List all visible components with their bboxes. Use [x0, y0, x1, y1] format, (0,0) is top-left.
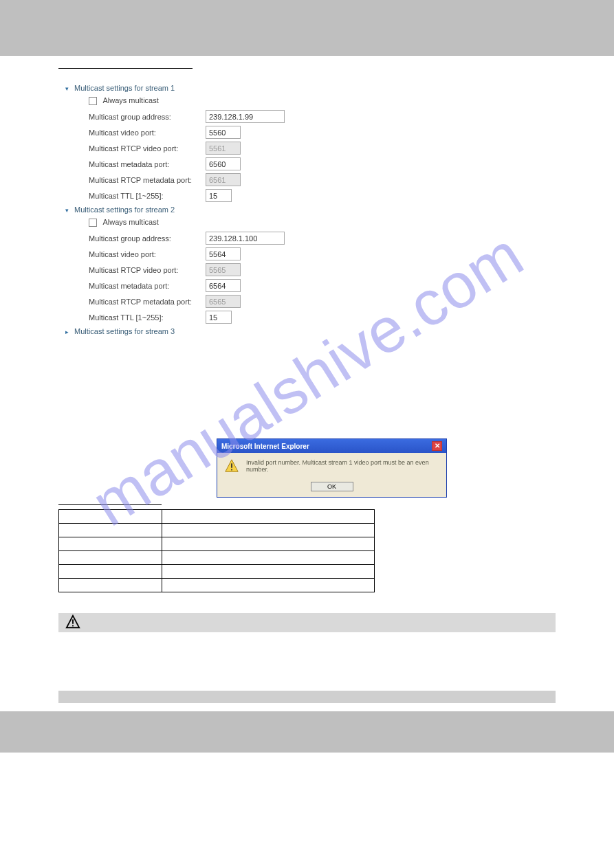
video-port-input[interactable] — [206, 247, 241, 260]
rtcp-metadata-port-label: Multicast RTCP metadata port: — [89, 298, 206, 306]
always-multicast-label: Always multicast — [102, 218, 158, 226]
table-cell — [59, 510, 162, 524]
group-address-input[interactable] — [206, 232, 285, 245]
table-cell — [162, 524, 375, 537]
table-cell — [59, 579, 162, 592]
table-cell — [59, 565, 162, 579]
always-multicast-label: Always multicast — [102, 96, 158, 104]
always-multicast-checkbox[interactable] — [89, 219, 97, 227]
stream-1-video-port-row: Multicast video port: — [65, 125, 556, 140]
page-body: manualshive.com ▾ Multicast settings for… — [0, 56, 614, 703]
dialog-title-bar: Microsoft Internet Explorer ✕ — [217, 439, 446, 453]
dialog-button-row: OK — [217, 479, 446, 497]
footer-band — [0, 711, 614, 753]
error-dialog: Microsoft Internet Explorer ✕ Invalid po… — [217, 438, 447, 498]
stream-1-rtcp-metadata-port-row: Multicast RTCP metadata port: — [65, 173, 556, 187]
stream-2-rtcp-metadata-port-row: Multicast RTCP metadata port: — [65, 294, 556, 309]
table-row — [59, 565, 375, 579]
rtcp-metadata-port-label: Multicast RTCP metadata port: — [89, 176, 206, 184]
table-row — [59, 524, 375, 537]
dialog-body: Invalid port number. Multicast stream 1 … — [217, 453, 446, 479]
stream-3-title: Multicast settings for stream 3 — [74, 327, 175, 335]
stream-2-video-port-row: Multicast video port: — [65, 247, 556, 261]
rtcp-metadata-port-input — [206, 173, 241, 186]
table-cell — [59, 524, 162, 537]
footer-inner-band — [58, 691, 556, 703]
chevron-right-icon: ▸ — [65, 329, 69, 335]
svg-rect-1 — [231, 464, 232, 468]
stream-2-title: Multicast settings for stream 2 — [74, 205, 175, 214]
note-bar — [58, 613, 556, 632]
example-table — [58, 509, 375, 592]
chevron-down-icon: ▾ — [65, 85, 69, 92]
svg-rect-2 — [231, 469, 232, 471]
table-cell — [59, 537, 162, 551]
spacer — [58, 632, 556, 691]
video-port-label: Multicast video port: — [89, 129, 206, 137]
chevron-down-icon: ▾ — [65, 207, 69, 214]
warning-icon — [224, 458, 239, 474]
table-row — [59, 551, 375, 565]
rtcp-video-port-label: Multicast RTCP video port: — [89, 144, 206, 153]
rtcp-video-port-label: Multicast RTCP video port: — [89, 266, 206, 274]
table-cell — [59, 551, 162, 565]
dialog-message: Invalid port number. Multicast stream 1 … — [246, 459, 439, 473]
svg-rect-5 — [72, 625, 74, 627]
stream-1-rtcp-video-port-row: Multicast RTCP video port: — [65, 141, 556, 155]
always-multicast-checkbox[interactable] — [89, 97, 97, 105]
ok-button[interactable]: OK — [311, 482, 353, 491]
metadata-port-label: Multicast metadata port: — [89, 282, 206, 290]
group-address-label: Multicast group address: — [89, 234, 206, 243]
rtcp-video-port-input — [206, 142, 241, 155]
table-row — [59, 537, 375, 551]
header-band — [0, 0, 614, 55]
metadata-port-input[interactable] — [206, 157, 241, 170]
ttl-input[interactable] — [206, 189, 232, 202]
settings-panel: ▾ Multicast settings for stream 1 Always… — [58, 84, 556, 335]
stream-2-always-multicast-row: Always multicast — [65, 218, 556, 227]
stream-1-ttl-row: Multicast TTL [1~255]: — [65, 188, 556, 203]
section-underline — [58, 68, 193, 69]
table-cell — [162, 579, 375, 592]
table-row — [59, 579, 375, 592]
ttl-label: Multicast TTL [1~255]: — [89, 192, 206, 200]
group-address-input[interactable] — [206, 110, 285, 123]
stream-2-toggle[interactable]: ▾ Multicast settings for stream 2 — [65, 205, 556, 214]
stream-1-always-multicast-row: Always multicast — [65, 96, 556, 105]
warning-icon — [65, 614, 80, 631]
table-cell — [162, 510, 375, 524]
table-cell — [162, 565, 375, 579]
stream-3-toggle[interactable]: ▸ Multicast settings for stream 3 — [65, 327, 556, 335]
stream-2-group-address-row: Multicast group address: — [65, 231, 556, 245]
stream-1-metadata-port-row: Multicast metadata port: — [65, 157, 556, 171]
table-cell — [162, 551, 375, 565]
metadata-port-input[interactable] — [206, 279, 241, 292]
stream-2-rtcp-video-port-row: Multicast RTCP video port: — [65, 263, 556, 277]
stream-2-ttl-row: Multicast TTL [1~255]: — [65, 310, 556, 324]
metadata-port-label: Multicast metadata port: — [89, 160, 206, 168]
dialog-title-text: Microsoft Internet Explorer — [221, 443, 309, 450]
stream-2-metadata-port-row: Multicast metadata port: — [65, 278, 556, 293]
rtcp-metadata-port-input — [206, 295, 241, 308]
video-port-label: Multicast video port: — [89, 250, 206, 258]
ttl-input[interactable] — [206, 311, 232, 324]
stream-1-toggle[interactable]: ▾ Multicast settings for stream 1 — [65, 84, 556, 92]
group-address-label: Multicast group address: — [89, 113, 206, 121]
table-heading-underline — [58, 504, 162, 505]
ttl-label: Multicast TTL [1~255]: — [89, 313, 206, 322]
table-cell — [162, 537, 375, 551]
table-row — [59, 510, 375, 524]
stream-1-title: Multicast settings for stream 1 — [74, 84, 175, 92]
svg-rect-4 — [72, 620, 74, 624]
stream-1-group-address-row: Multicast group address: — [65, 109, 556, 124]
rtcp-video-port-input — [206, 263, 241, 276]
video-port-input[interactable] — [206, 126, 241, 139]
close-icon[interactable]: ✕ — [432, 441, 442, 451]
